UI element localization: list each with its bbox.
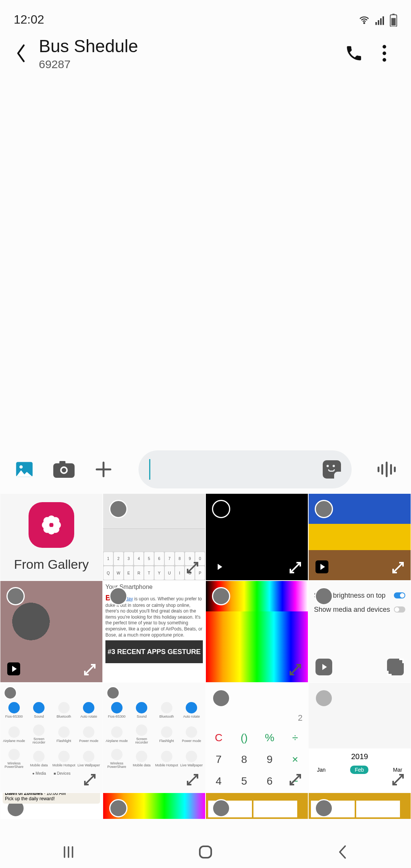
selection-circle[interactable]	[315, 799, 333, 817]
contact-name: Bus Shedule	[39, 36, 339, 56]
svg-point-9	[382, 51, 386, 55]
message-thread[interactable]	[0, 76, 411, 445]
camera-button[interactable]	[53, 459, 75, 480]
selection-circle[interactable]	[3, 686, 17, 700]
play-icon	[7, 662, 20, 675]
gallery-thumbnail[interactable]	[0, 581, 103, 683]
gallery-thumbnail[interactable]: 2019 Jan Feb Mar	[308, 683, 411, 793]
expand-icon	[387, 659, 404, 675]
expand-icon	[187, 562, 198, 573]
gallery-thumbnail[interactable]	[206, 793, 308, 819]
expand-icon	[187, 664, 198, 675]
gallery-thumbnail[interactable]	[103, 793, 206, 819]
play-icon	[315, 560, 328, 573]
text-cursor	[149, 459, 150, 480]
expand-icon	[290, 562, 301, 573]
home-button[interactable]	[197, 844, 214, 860]
selection-circle[interactable]	[109, 500, 127, 518]
svg-rect-2	[378, 20, 379, 25]
selection-circle[interactable]	[315, 587, 333, 605]
sticker-button[interactable]	[323, 460, 341, 479]
gallery-thumbnail[interactable]: Fios-8S300 Sound Bluetooth Auto rotate A…	[103, 683, 206, 793]
svg-point-0	[364, 22, 365, 24]
from-gallery-button[interactable]: From Gallery	[0, 493, 103, 581]
expand-icon	[392, 774, 404, 785]
gallery-thumbnail[interactable]: 2 C()%÷ 789× 456−	[206, 683, 308, 793]
gallery-thumbnail[interactable]	[308, 793, 411, 819]
call-button[interactable]	[339, 38, 369, 69]
gallery-app-icon	[29, 502, 74, 548]
battery-icon	[390, 14, 397, 27]
gallery-thumbnail[interactable]: Your Smartphone Black Friday is upon us.…	[103, 581, 206, 683]
gallery-thumbnail[interactable]: 1234567890 QWERTYUIOP	[103, 493, 206, 581]
svg-point-8	[382, 45, 386, 48]
signal-icon	[374, 14, 386, 26]
expand-icon	[84, 774, 96, 785]
expand-icon	[290, 664, 301, 675]
selection-circle[interactable]	[106, 686, 120, 700]
selection-circle[interactable]	[6, 587, 25, 605]
gallery-thumbnail[interactable]	[308, 493, 411, 581]
selection-circle[interactable]	[109, 587, 127, 605]
conversation-header: Bus Shedule 69287	[0, 30, 411, 76]
contact-info[interactable]: Bus Shedule 69287	[39, 36, 339, 71]
play-icon	[213, 560, 226, 573]
voice-record-button[interactable]	[376, 459, 397, 480]
svg-rect-7	[392, 14, 395, 15]
svg-rect-1	[376, 22, 377, 25]
selection-circle[interactable]	[212, 587, 230, 605]
selection-circle[interactable]	[212, 799, 230, 817]
wifi-icon	[358, 14, 371, 26]
gallery-picker: From Gallery 1234567890 QWERTYUIOP Your …	[0, 493, 411, 836]
contact-number: 69287	[39, 58, 339, 71]
svg-rect-3	[380, 18, 382, 25]
clock: 12:02	[14, 13, 44, 27]
svg-point-12	[19, 465, 23, 469]
gallery-thumbnail[interactable]	[206, 581, 308, 683]
selection-circle[interactable]	[212, 500, 230, 518]
svg-point-16	[62, 468, 66, 472]
add-attachment-button[interactable]	[93, 459, 114, 480]
svg-rect-4	[382, 16, 384, 25]
selection-circle[interactable]	[109, 799, 127, 817]
recents-button[interactable]	[60, 844, 77, 860]
play-icon	[315, 659, 332, 675]
status-icons	[358, 14, 397, 27]
message-input[interactable]	[139, 450, 352, 488]
expand-icon	[84, 664, 96, 675]
svg-rect-27	[200, 846, 211, 858]
gallery-thumbnail[interactable]: Show brightness on top Show media and de…	[308, 581, 411, 683]
expand-icon	[392, 562, 404, 573]
selection-circle[interactable]	[315, 500, 333, 518]
nav-back-button[interactable]	[334, 844, 351, 860]
gallery-thumbnail[interactable]: Fios-8S300 Sound Bluetooth Auto rotate A…	[0, 683, 103, 793]
from-gallery-label: From Gallery	[14, 557, 89, 572]
gallery-thumbnail[interactable]: Dawn of Zombies · 10:00 AM Pick up the d…	[0, 793, 103, 819]
expand-icon	[187, 774, 198, 785]
gallery-thumbnail[interactable]	[206, 493, 308, 581]
composer-row	[0, 445, 411, 493]
svg-rect-14	[59, 461, 65, 464]
more-options-button[interactable]	[369, 38, 400, 69]
svg-rect-6	[391, 18, 395, 26]
attach-image-button[interactable]	[14, 459, 35, 480]
expand-icon	[290, 774, 301, 785]
status-bar: 12:02	[0, 0, 411, 30]
back-button[interactable]	[11, 44, 30, 63]
navigation-bar	[0, 836, 411, 868]
svg-point-10	[382, 58, 386, 62]
